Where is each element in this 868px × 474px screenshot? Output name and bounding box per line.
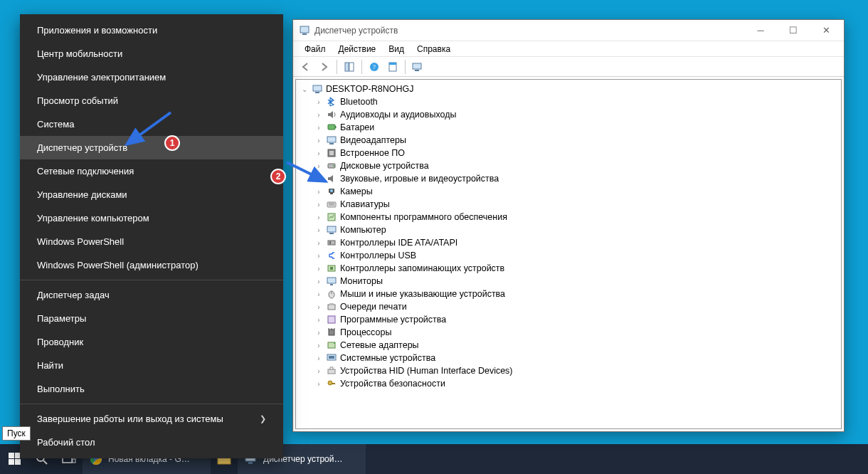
- menu-view[interactable]: Вид: [383, 43, 410, 56]
- tree-root[interactable]: ⌄ DESKTOP-R8NOHGJ: [300, 83, 837, 95]
- winx-event-viewer[interactable]: Просмотр событий: [20, 89, 283, 112]
- minimize-button[interactable]: ─: [744, 21, 777, 41]
- expand-icon[interactable]: ›: [314, 367, 323, 375]
- annotation-marker-2: 2: [270, 169, 286, 184]
- nav-back-button[interactable]: [297, 59, 314, 75]
- winx-network-connections[interactable]: Сетевые подключения: [20, 159, 283, 183]
- menu-action[interactable]: Действие: [333, 43, 382, 56]
- device-category[interactable]: ›Звуковые, игровые и видеоустройства: [300, 172, 837, 185]
- category-label: Очереди печати: [340, 302, 407, 312]
- winx-settings[interactable]: Параметры: [20, 307, 283, 330]
- category-label: Звуковые, игровые и видеоустройства: [340, 174, 499, 184]
- expand-icon[interactable]: ›: [314, 201, 323, 209]
- device-category[interactable]: ›Встроенное ПО: [300, 147, 837, 159]
- winx-powershell[interactable]: Windows PowerShell: [20, 230, 283, 253]
- device-category[interactable]: ›Программные устройства: [300, 313, 837, 326]
- expand-icon[interactable]: ›: [314, 214, 323, 221]
- svg-rect-53: [9, 453, 14, 458]
- maximize-button[interactable]: ☐: [777, 21, 810, 41]
- winx-powershell-admin[interactable]: Windows PowerShell (администратор): [20, 253, 283, 277]
- device-category[interactable]: ›Контроллеры запоминающих устройств: [300, 262, 837, 275]
- device-manager-window[interactable]: Диспетчер устройств ─ ☐ ✕ Файл Действие …: [292, 19, 845, 432]
- menubar[interactable]: Файл Действие Вид Справка: [293, 41, 844, 57]
- device-category[interactable]: ›Сетевые адаптеры: [300, 339, 837, 352]
- winx-device-manager[interactable]: Диспетчер устройств: [20, 136, 283, 159]
- winx-desktop[interactable]: Рабочий стол: [20, 431, 283, 454]
- computer-name: DESKTOP-R8NOHGJ: [326, 84, 413, 94]
- device-category[interactable]: ›Контроллеры USB: [300, 249, 837, 262]
- expand-icon[interactable]: ›: [314, 303, 323, 311]
- menu-help[interactable]: Справка: [411, 43, 456, 56]
- category-label: Контроллеры запоминающих устройств: [340, 263, 504, 273]
- expand-icon[interactable]: ›: [314, 137, 323, 144]
- expand-icon[interactable]: ›: [314, 124, 323, 132]
- category-icon: [326, 263, 337, 274]
- expand-icon[interactable]: ›: [314, 380, 323, 388]
- expand-icon[interactable]: ›: [314, 265, 323, 273]
- device-category[interactable]: ›Bluetooth: [300, 95, 837, 108]
- svg-rect-19: [329, 151, 334, 155]
- properties-button[interactable]: [384, 59, 401, 75]
- collapse-icon[interactable]: ⌄: [300, 85, 309, 93]
- device-category[interactable]: ›Дисковые устройства: [300, 159, 837, 172]
- device-category[interactable]: ›Видеоадаптеры: [300, 134, 837, 147]
- winx-computer-management[interactable]: Управление компьютером: [20, 206, 283, 230]
- help-button[interactable]: ?: [366, 59, 383, 75]
- winx-shutdown-signout[interactable]: Завершение работы или выход из системы ❯: [20, 407, 283, 431]
- svg-rect-68: [248, 462, 253, 464]
- expand-icon[interactable]: ›: [314, 188, 323, 196]
- expand-icon[interactable]: ›: [314, 329, 323, 337]
- toolbar-separator: [337, 60, 337, 74]
- winx-disk-management[interactable]: Управление дисками: [20, 183, 283, 206]
- winx-mobility-center[interactable]: Центр мобильности: [20, 42, 283, 65]
- category-icon: [326, 237, 337, 248]
- expand-icon[interactable]: ›: [314, 290, 323, 298]
- winx-run[interactable]: Выполнить: [20, 377, 283, 401]
- winx-menu[interactable]: Приложения и возможности Центр мобильнос…: [20, 14, 283, 458]
- winx-explorer[interactable]: Проводник: [20, 330, 283, 354]
- device-category[interactable]: ›Аудиовходы и аудиовыходы: [300, 108, 837, 121]
- category-label: Мониторы: [340, 276, 383, 286]
- expand-icon[interactable]: ›: [314, 98, 323, 106]
- expand-icon[interactable]: ›: [314, 175, 323, 183]
- device-category[interactable]: ›Компьютер: [300, 223, 837, 236]
- menu-file[interactable]: Файл: [299, 43, 332, 56]
- expand-icon[interactable]: ›: [314, 149, 323, 157]
- winx-power-options[interactable]: Управление электропитанием: [20, 65, 283, 89]
- device-tree[interactable]: ⌄ DESKTOP-R8NOHGJ ›Bluetooth›Аудиовходы …: [295, 79, 842, 429]
- expand-icon[interactable]: ›: [314, 111, 323, 119]
- scan-hardware-button[interactable]: [409, 59, 426, 75]
- device-category[interactable]: ›Мыши и иные указывающие устройства: [300, 288, 837, 300]
- winx-task-manager[interactable]: Диспетчер задач: [20, 283, 283, 307]
- device-category[interactable]: ›Компоненты программного обеспечения: [300, 211, 837, 223]
- expand-icon[interactable]: ›: [314, 342, 323, 349]
- titlebar[interactable]: Диспетчер устройств ─ ☐ ✕: [293, 20, 844, 41]
- category-label: Мыши и иные указывающие устройства: [340, 289, 505, 299]
- device-category[interactable]: ›Устройства HID (Human Interface Devices…: [300, 364, 837, 377]
- svg-rect-36: [330, 284, 333, 285]
- device-category[interactable]: ›Контроллеры IDE ATA/ATAPI: [300, 236, 837, 249]
- device-category[interactable]: ›Батареи: [300, 121, 837, 134]
- winx-search[interactable]: Найти: [20, 354, 283, 377]
- winx-apps-features[interactable]: Приложения и возможности: [20, 19, 283, 42]
- device-category[interactable]: ›Камеры: [300, 185, 837, 198]
- expand-icon[interactable]: ›: [314, 226, 323, 234]
- expand-icon[interactable]: ›: [314, 252, 323, 260]
- device-category[interactable]: ›Клавиатуры: [300, 198, 837, 211]
- winx-system[interactable]: Система: [20, 112, 283, 136]
- expand-icon[interactable]: ›: [314, 354, 323, 362]
- expand-icon[interactable]: ›: [314, 239, 323, 247]
- toolbar[interactable]: ?: [293, 57, 844, 77]
- show-hide-tree-button[interactable]: [341, 59, 358, 75]
- expand-icon[interactable]: ›: [314, 162, 323, 170]
- expand-icon[interactable]: ›: [314, 316, 323, 324]
- category-icon: [326, 109, 337, 120]
- device-category[interactable]: ›Процессоры: [300, 326, 837, 339]
- close-button[interactable]: ✕: [810, 21, 842, 41]
- device-category[interactable]: ›Мониторы: [300, 275, 837, 288]
- expand-icon[interactable]: ›: [314, 278, 323, 285]
- device-category[interactable]: ›Устройства безопасности: [300, 377, 837, 390]
- device-category[interactable]: ›Системные устройства: [300, 352, 837, 364]
- nav-forward-button[interactable]: [316, 59, 333, 75]
- device-category[interactable]: ›Очереди печати: [300, 300, 837, 313]
